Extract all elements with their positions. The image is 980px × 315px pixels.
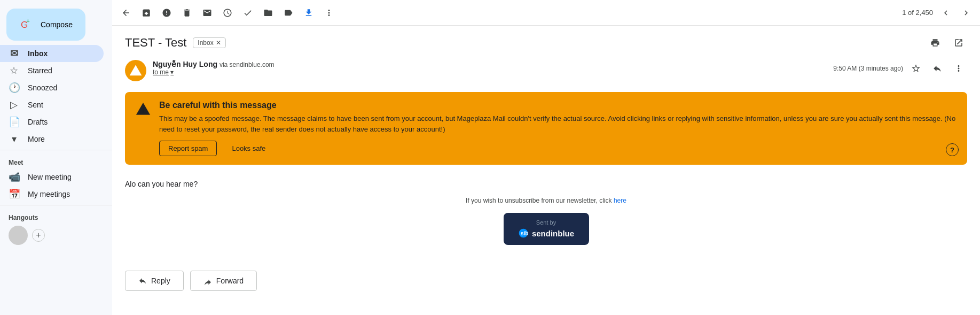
calendar-icon: 📅 — [9, 188, 19, 200]
print-button[interactable] — [927, 34, 944, 51]
warning-content: Be careful with this message This may be… — [159, 101, 957, 156]
looks-safe-button[interactable]: Looks safe — [223, 141, 274, 156]
main-area: 1 of 2,450 TEST - Test Inbox ✕ — [112, 0, 980, 315]
hangouts-avatar — [9, 226, 28, 245]
sender-via: via sendinblue.com — [219, 61, 275, 68]
warning-title: Be careful with this message — [159, 101, 957, 110]
chevron-left-icon — [941, 8, 951, 18]
sendinblue-icon: sib — [518, 228, 529, 239]
star-icon: ☆ — [9, 65, 19, 76]
back-button[interactable] — [116, 3, 136, 22]
sendinblue-name: sendinblue — [532, 229, 574, 238]
download-button[interactable] — [299, 3, 318, 22]
sidebar-item-my-meetings[interactable]: 📅 My meetings — [0, 186, 104, 203]
sender-to-text: to me — [153, 68, 169, 76]
sidebar-item-label-drafts: Drafts — [28, 118, 48, 126]
email-subject: TEST - Test — [125, 36, 186, 50]
mark-unread-button[interactable] — [198, 3, 217, 22]
sidebar-item-label-snoozed: Snoozed — [28, 83, 57, 92]
spam-icon — [162, 8, 171, 18]
download-icon — [304, 8, 313, 18]
more-vert-icon — [324, 8, 334, 18]
add-hangout-button[interactable]: + — [32, 229, 45, 242]
archive-button[interactable] — [137, 3, 156, 22]
clock-icon — [223, 8, 232, 18]
chevron-down-icon: ▾ — [9, 133, 19, 145]
folder-icon — [263, 8, 273, 18]
sidebar-divider-2 — [0, 205, 112, 205]
chevron-right-icon — [961, 8, 971, 18]
reply-btn-label: Reply — [151, 276, 170, 285]
sidebar-item-label-starred: Starred — [28, 66, 52, 75]
snooze-button[interactable] — [218, 3, 237, 22]
trash-icon — [182, 8, 192, 18]
open-in-new-icon — [954, 38, 963, 48]
sidebar-item-more[interactable]: ▾ More — [0, 130, 104, 148]
unsubscribe-row: If you wish to unsubscribe from our news… — [125, 197, 967, 204]
reply-header-button[interactable] — [929, 60, 946, 77]
spam-button[interactable] — [157, 3, 176, 22]
reply-icon — [932, 64, 942, 73]
reply-button[interactable]: Reply — [125, 271, 184, 291]
more-vert-icon-2 — [954, 64, 963, 73]
reply-forward-row: Reply Forward — [125, 262, 967, 304]
sender-name: Nguyễn Huy Long — [153, 60, 217, 68]
email-time: 9:50 AM (3 minutes ago) — [833, 65, 903, 72]
star-icon — [911, 64, 921, 73]
popout-button[interactable] — [950, 34, 967, 51]
sendinblue-badge: Sent by sib sendinblue — [504, 213, 589, 245]
sender-avatar — [125, 60, 146, 81]
sender-name-row: Nguyễn Huy Long via sendinblue.com — [153, 60, 827, 68]
sender-row: Nguyễn Huy Long via sendinblue.com to me… — [125, 56, 967, 86]
sendinblue-logo: sib sendinblue — [518, 228, 574, 239]
sidebar-item-snoozed[interactable]: 🕐 Snoozed — [0, 79, 104, 96]
star-button[interactable] — [907, 60, 924, 77]
compose-icon: G + — [19, 17, 34, 32]
warning-help-button[interactable]: ? — [946, 143, 959, 156]
sendinblue-sent-label: Sent by — [536, 219, 556, 226]
labels-button[interactable] — [279, 3, 298, 22]
email-body-text: Alo can you hear me? — [125, 180, 967, 188]
sidebar-divider — [0, 150, 112, 150]
warning-buttons: Report spam Looks safe — [159, 141, 957, 156]
done-button[interactable] — [238, 3, 257, 22]
checkmark-icon — [243, 8, 253, 18]
inbox-badge: Inbox ✕ — [193, 37, 225, 48]
forward-btn-label: Forward — [216, 276, 244, 285]
remove-badge-button[interactable]: ✕ — [216, 39, 221, 47]
report-spam-button[interactable]: Report spam — [159, 141, 217, 156]
unsubscribe-link[interactable]: here — [614, 197, 626, 204]
next-email-button[interactable] — [957, 3, 976, 22]
reply-btn-icon — [138, 276, 147, 285]
compose-button[interactable]: G + Compose — [6, 9, 85, 41]
svg-text:sib: sib — [521, 231, 528, 236]
sidebar-item-sent[interactable]: ▷ Sent — [0, 96, 104, 113]
warning-icon — [136, 102, 151, 120]
expand-recipients-arrow[interactable]: ▾ — [170, 68, 174, 76]
meet-section-label: Meet — [0, 152, 112, 168]
prev-email-button[interactable] — [936, 3, 955, 22]
sidebar-item-starred[interactable]: ☆ Starred — [0, 62, 104, 79]
sender-info: Nguyễn Huy Long via sendinblue.com to me… — [153, 60, 827, 76]
hangouts-row: + — [0, 224, 112, 247]
sender-to-row[interactable]: to me ▾ — [153, 68, 827, 76]
email-icon — [202, 8, 212, 18]
delete-button[interactable] — [177, 3, 197, 22]
sidebar-item-new-meeting[interactable]: 📹 New meeting — [0, 168, 104, 186]
more-email-button[interactable] — [950, 60, 967, 77]
sidebar-item-label-inbox: Inbox — [28, 49, 48, 58]
compose-label: Compose — [41, 20, 73, 29]
more-toolbar-button[interactable] — [319, 3, 339, 22]
forward-btn-icon — [203, 276, 212, 285]
pagination-text: 1 of 2,450 — [902, 9, 933, 17]
back-icon — [121, 8, 131, 18]
warning-banner: Be careful with this message This may be… — [125, 92, 967, 165]
sidebar-item-inbox[interactable]: ✉ Inbox — [0, 45, 104, 62]
sidebar-item-label-more: More — [28, 135, 45, 143]
sidebar-item-label-new-meeting: New meeting — [28, 173, 72, 181]
sidebar-item-drafts[interactable]: 📄 Drafts — [0, 113, 104, 130]
email-toolbar: 1 of 2,450 — [112, 0, 980, 26]
forward-button[interactable]: Forward — [190, 271, 257, 291]
label-icon — [284, 8, 293, 18]
move-to-button[interactable] — [258, 3, 278, 22]
